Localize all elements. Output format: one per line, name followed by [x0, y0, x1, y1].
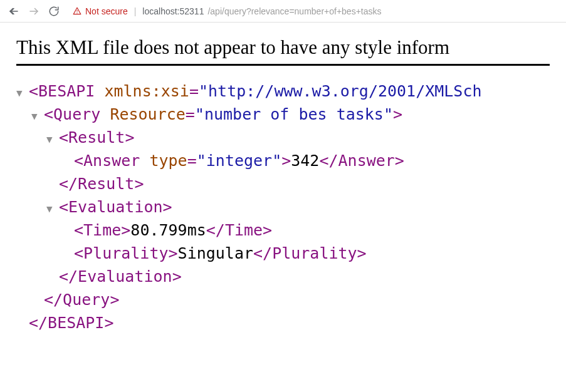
reload-button[interactable] [45, 3, 63, 20]
forward-button[interactable] [25, 3, 43, 20]
time-value: 80.799ms [130, 221, 206, 239]
xml-plurality: <Plurality>Singular</Plurality> [16, 242, 550, 265]
plurality-value: Singular [178, 244, 253, 262]
xml-root-close: </BESAPI> [16, 311, 550, 334]
xml-answer: <Answer type="integer">342</Answer> [16, 149, 550, 172]
browser-toolbar: Not secure | localhost:52311/api/query?r… [0, 0, 566, 23]
warning-icon [73, 7, 81, 16]
not-secure-label: Not secure [85, 6, 128, 16]
twisty-icon[interactable]: ▼ [16, 86, 29, 101]
xml-result-open: ▼ <Result> [16, 126, 550, 149]
url-separator: | [134, 6, 137, 16]
xml-result-close: </Result> [16, 172, 550, 195]
xml-banner: This XML file does not appear to have an… [16, 36, 550, 66]
xml-eval-open: ▼ <Evaluation> [16, 195, 550, 219]
svg-point-3 [76, 12, 77, 13]
back-button[interactable] [5, 3, 23, 20]
page-content: This XML file does not appear to have an… [0, 23, 566, 348]
url-host: localhost:52311 [142, 6, 204, 16]
xml-query-open: ▼ <Query Resource="number of bes tasks"> [16, 103, 550, 126]
twisty-icon[interactable]: ▼ [46, 202, 59, 217]
xml-query-close: </Query> [16, 288, 550, 311]
twisty-icon[interactable]: ▼ [31, 109, 44, 124]
reload-icon [48, 6, 60, 17]
xml-time: <Time>80.799ms</Time> [16, 219, 550, 242]
xml-eval-close: </Evaluation> [16, 265, 550, 288]
xml-root-open: ▼ <BESAPI xmlns:xsi="http://www.w3.org/2… [16, 80, 550, 103]
answer-value: 342 [291, 152, 319, 170]
url-path: /api/query?relevance=number+of+bes+tasks [207, 6, 381, 16]
arrow-left-icon [8, 6, 19, 17]
arrow-right-icon [28, 6, 39, 17]
xml-tree: ▼ <BESAPI xmlns:xsi="http://www.w3.org/2… [16, 80, 550, 334]
twisty-icon[interactable]: ▼ [46, 132, 59, 147]
address-bar[interactable]: Not secure | localhost:52311/api/query?r… [73, 6, 561, 16]
